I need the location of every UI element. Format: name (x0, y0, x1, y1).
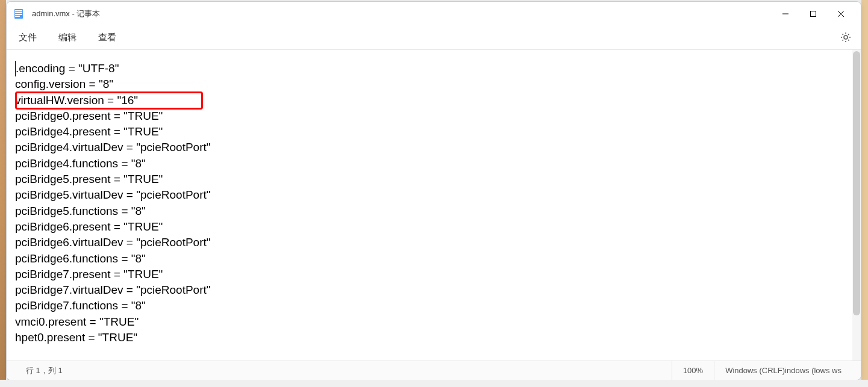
text-line[interactable]: config.version = "8" (15, 76, 852, 92)
text-line[interactable]: pciBridge6.virtualDev = "pcieRootPort" (15, 235, 852, 250)
menu-view[interactable]: 查看 (96, 29, 119, 46)
text-line[interactable]: pciBridge7.functions = "8" (15, 298, 852, 314)
text-line[interactable]: pciBridge7.present = "TRUE" (15, 267, 852, 282)
desktop-right-edge (861, 0, 868, 387)
text-editor-area[interactable]: .encoding = "UTF-8"config.version = "8"v… (7, 50, 861, 361)
text-line[interactable]: pciBridge4.virtualDev = "pcieRootPort" (15, 140, 852, 155)
svg-rect-2 (15, 12, 22, 13)
svg-rect-6 (811, 11, 816, 17)
text-line[interactable]: pciBridge6.present = "TRUE" (15, 219, 852, 235)
svg-rect-4 (15, 16, 20, 17)
text-line[interactable]: pciBridge6.functions = "8" (15, 251, 852, 267)
svg-rect-3 (15, 14, 22, 15)
menu-edit[interactable]: 编辑 (56, 29, 79, 46)
text-line[interactable]: .encoding = "UTF-8" (15, 61, 852, 76)
status-cursor-position: 行 1，列 1 (15, 361, 672, 380)
close-button[interactable] (827, 4, 855, 23)
scrollbar-track[interactable] (852, 50, 861, 361)
notepad-window: admin.vmx - 记事本 文件 编辑 查看 .encoding = "UT… (6, 1, 861, 380)
notepad-icon (13, 8, 25, 20)
svg-rect-1 (15, 10, 22, 11)
maximize-button[interactable] (799, 4, 827, 23)
text-line[interactable]: pciBridge5.present = "TRUE" (15, 172, 852, 187)
status-bar: 行 1，列 1 100% Windows (CRLF)indows (lows … (7, 361, 861, 380)
text-line[interactable]: pciBridge5.functions = "8" (15, 203, 852, 219)
window-controls (772, 4, 855, 23)
taskbar-fragment (0, 380, 868, 387)
title-bar[interactable]: admin.vmx - 记事本 (7, 2, 861, 26)
status-encoding: Windows (CRLF)indows (lows ws (714, 361, 852, 380)
menu-file[interactable]: 文件 (16, 29, 39, 46)
minimize-button[interactable] (772, 4, 799, 23)
svg-point-9 (844, 36, 848, 39)
scrollbar-thumb[interactable] (853, 51, 860, 315)
status-zoom: 100% (672, 361, 714, 380)
text-line[interactable]: virtualHW.version = "16" (15, 93, 852, 108)
text-line[interactable]: pciBridge0.present = "TRUE" (15, 108, 852, 124)
window-title: admin.vmx - 记事本 (32, 8, 772, 19)
text-line[interactable]: hpet0.present = "TRUE" (15, 330, 852, 345)
gear-icon[interactable] (840, 32, 852, 44)
text-line[interactable]: pciBridge4.functions = "8" (15, 156, 852, 172)
desktop-left-edge (0, 0, 6, 387)
text-line[interactable]: pciBridge5.virtualDev = "pcieRootPort" (15, 187, 852, 203)
menu-bar: 文件 编辑 查看 (7, 26, 861, 50)
text-line[interactable]: vmci0.present = "TRUE" (15, 314, 852, 330)
text-line[interactable]: pciBridge4.present = "TRUE" (15, 124, 852, 140)
text-line[interactable]: pciBridge7.virtualDev = "pcieRootPort" (15, 282, 852, 298)
